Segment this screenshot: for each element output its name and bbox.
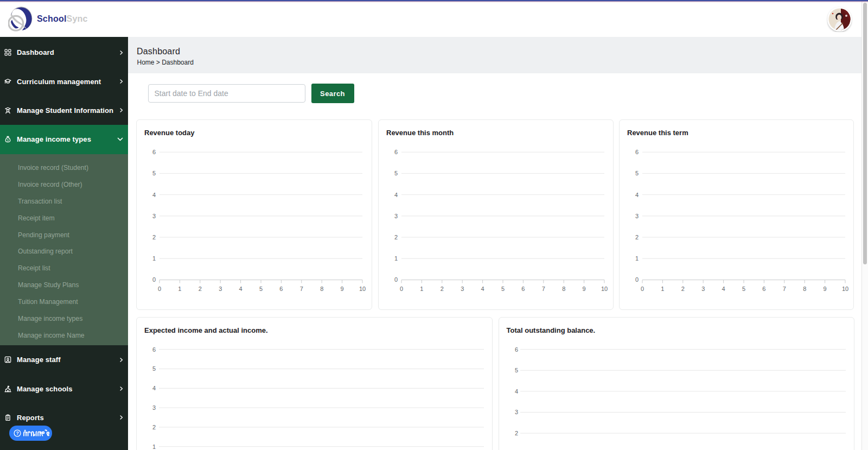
svg-text:3: 3 xyxy=(461,286,464,292)
svg-text:7: 7 xyxy=(783,286,786,292)
svg-text:4: 4 xyxy=(481,286,484,292)
svg-text:2: 2 xyxy=(681,286,685,292)
svg-text:2: 2 xyxy=(441,286,444,292)
svg-text:8: 8 xyxy=(803,286,806,292)
svg-text:0: 0 xyxy=(400,286,403,292)
svg-text:4: 4 xyxy=(722,286,725,292)
svg-text:10: 10 xyxy=(359,286,366,292)
svg-text:10: 10 xyxy=(601,286,608,292)
svg-text:3: 3 xyxy=(152,213,156,219)
svg-text:0: 0 xyxy=(635,276,639,283)
svg-text:6: 6 xyxy=(762,286,765,292)
svg-text:1: 1 xyxy=(420,286,423,292)
svg-text:2: 2 xyxy=(199,286,202,292)
svg-text:1: 1 xyxy=(152,443,156,450)
svg-text:9: 9 xyxy=(583,286,586,292)
svg-text:5: 5 xyxy=(635,170,639,176)
svg-text:3: 3 xyxy=(701,286,705,292)
svg-text:0: 0 xyxy=(394,276,398,283)
svg-text:5: 5 xyxy=(394,170,398,176)
svg-text:4: 4 xyxy=(239,286,242,292)
svg-text:6: 6 xyxy=(514,346,518,353)
svg-text:7: 7 xyxy=(300,286,303,292)
svg-text:1: 1 xyxy=(635,255,639,262)
svg-text:3: 3 xyxy=(635,213,639,219)
svg-text:6: 6 xyxy=(394,149,398,155)
svg-text:?: ? xyxy=(16,430,18,436)
svg-text:5: 5 xyxy=(152,365,156,372)
svg-text:0: 0 xyxy=(152,276,156,283)
svg-text:3: 3 xyxy=(219,286,222,292)
svg-text:2: 2 xyxy=(152,234,156,240)
svg-text:3: 3 xyxy=(394,213,398,219)
svg-text:9: 9 xyxy=(824,286,827,292)
svg-text:1: 1 xyxy=(152,255,156,262)
svg-text:6: 6 xyxy=(152,346,156,353)
svg-text:5: 5 xyxy=(501,286,505,292)
svg-text:1: 1 xyxy=(394,255,398,262)
svg-text:6: 6 xyxy=(152,149,156,155)
svg-text:5: 5 xyxy=(742,286,745,292)
svg-text:5: 5 xyxy=(259,286,263,292)
svg-text:2: 2 xyxy=(635,234,639,240)
svg-text:9: 9 xyxy=(341,286,344,292)
svg-text:6: 6 xyxy=(521,286,525,292)
svg-text:2: 2 xyxy=(152,424,156,430)
svg-text:4: 4 xyxy=(394,192,398,198)
svg-text:3: 3 xyxy=(152,404,156,411)
svg-text:1: 1 xyxy=(661,286,664,292)
svg-text:8: 8 xyxy=(320,286,323,292)
svg-text:3: 3 xyxy=(514,409,518,415)
svg-text:4: 4 xyxy=(152,385,156,391)
svg-text:2: 2 xyxy=(394,234,398,240)
svg-text:4: 4 xyxy=(514,388,518,395)
svg-text:6: 6 xyxy=(279,286,283,292)
svg-text:4: 4 xyxy=(152,192,156,198)
svg-text:0: 0 xyxy=(158,286,161,292)
svg-text:6: 6 xyxy=(635,149,639,155)
svg-text:5: 5 xyxy=(152,170,156,176)
svg-text:2: 2 xyxy=(514,430,518,436)
svg-text:5: 5 xyxy=(514,367,518,373)
svg-text:1: 1 xyxy=(178,286,181,292)
svg-text:10: 10 xyxy=(842,286,848,292)
svg-text:4: 4 xyxy=(635,192,639,198)
svg-text:7: 7 xyxy=(542,286,545,292)
svg-text:0: 0 xyxy=(641,286,644,292)
svg-text:8: 8 xyxy=(562,286,565,292)
